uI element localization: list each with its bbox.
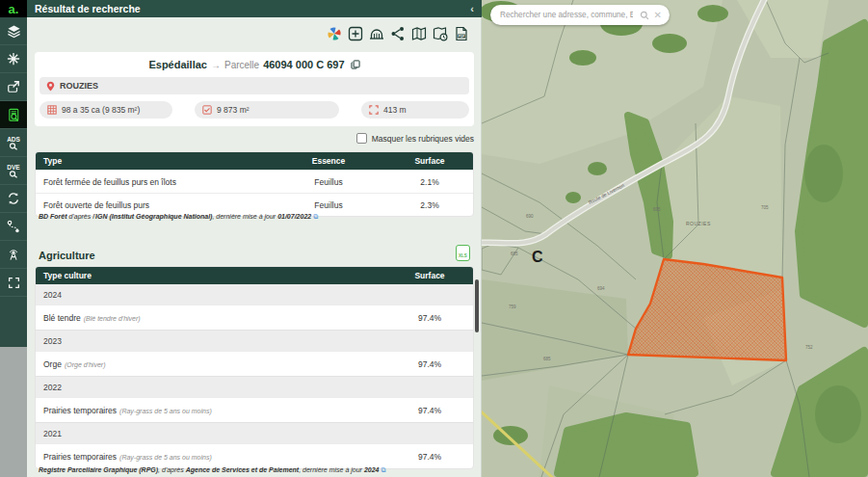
table-row[interactable]: Orge(Orge d'hiver) 97.4% bbox=[36, 351, 473, 376]
source-provider: Agence de Services et de Paiement bbox=[186, 466, 300, 473]
source-name: Registre Parcellaire Graphique (RPG) bbox=[39, 466, 158, 473]
svg-text:752: 752 bbox=[805, 345, 813, 350]
source-tail: , dernière mise à jour bbox=[299, 466, 364, 473]
cell-surface: 97.4% bbox=[386, 359, 473, 369]
table-row[interactable]: Blé tendre(Blé tendre d'hiver) 97.4% bbox=[36, 305, 473, 330]
sync-icon bbox=[7, 192, 20, 205]
locality-bar[interactable]: ROUZIES bbox=[39, 77, 469, 94]
stat-value: 98 a 35 ca (9 835 m²) bbox=[62, 105, 140, 115]
culture-detail: (Blé tendre d'hiver) bbox=[84, 315, 141, 322]
culture-cell: Prairies temporaires(Ray-grass de 5 ans … bbox=[36, 452, 386, 462]
hide-empty-label: Masquer les rubriques vides bbox=[372, 134, 474, 144]
source-date: 01/07/2022 bbox=[277, 213, 311, 220]
year-label: 2024 bbox=[36, 290, 473, 300]
agriculture-table: Type culture Surface 2024 Blé tendre(Blé… bbox=[35, 266, 474, 469]
sidebar-item-export[interactable] bbox=[0, 73, 27, 101]
export-pdf-icon[interactable]: PDF bbox=[454, 26, 469, 41]
map-history-icon[interactable] bbox=[433, 26, 448, 41]
cell-essence: Feuillus bbox=[271, 177, 386, 187]
parcel-search-icon bbox=[7, 108, 21, 122]
search-input[interactable] bbox=[498, 10, 635, 20]
stat-cadastral-area: 98 a 35 ca (9 835 m²) bbox=[39, 101, 172, 119]
share-icon[interactable] bbox=[390, 26, 406, 41]
table-row[interactable]: Prairies temporaires(Ray-grass de 5 ans … bbox=[36, 443, 473, 468]
year-label: 2021 bbox=[36, 429, 473, 438]
external-link-icon[interactable]: ⧉ bbox=[381, 466, 385, 473]
sidebar-item-parcel-search[interactable] bbox=[0, 101, 27, 129]
parcel-label: Parcelle bbox=[224, 60, 259, 70]
forest-source: BD Forêt d'après l'IGN (Institut Géograp… bbox=[39, 213, 318, 221]
hide-empty-checkbox[interactable] bbox=[356, 133, 367, 144]
svg-text:759: 759 bbox=[509, 305, 516, 309]
cell-surface: 97.4% bbox=[386, 313, 473, 323]
search-bar: ✕ bbox=[490, 5, 670, 25]
panel-header: Résultat de recherche ‹ bbox=[27, 0, 482, 17]
copy-icon[interactable] bbox=[351, 60, 360, 69]
app-logo[interactable]: a. bbox=[0, 0, 27, 17]
source-mid: d'après l' bbox=[67, 213, 96, 220]
year-row: 2021 bbox=[36, 422, 473, 443]
fullscreen-icon bbox=[8, 277, 20, 289]
year-row: 2024 bbox=[36, 284, 473, 305]
sidebar-item-layers[interactable] bbox=[0, 17, 27, 45]
cell-surface: 2.3% bbox=[386, 200, 473, 210]
sidebar-item-dve-search[interactable]: DVE bbox=[0, 157, 27, 185]
collapse-panel-icon[interactable]: ‹ bbox=[470, 3, 474, 14]
external-link-icon[interactable]: ⧉ bbox=[313, 213, 318, 220]
commune-name[interactable]: Espédaillac bbox=[148, 59, 207, 70]
header-essence: Essence bbox=[271, 156, 386, 166]
cell-surface: 97.4% bbox=[386, 452, 473, 462]
cell-surface: 2.1% bbox=[386, 177, 473, 187]
breadcrumb-arrow: → bbox=[211, 60, 221, 70]
culture-label: Prairies temporaires bbox=[43, 452, 117, 462]
svg-text:694: 694 bbox=[597, 286, 605, 291]
layers-icon bbox=[7, 24, 21, 39]
source-tail: , dernière mise à jour bbox=[212, 213, 277, 220]
sidebar-item-sync[interactable] bbox=[0, 185, 27, 213]
svg-text:ADS: ADS bbox=[7, 136, 20, 143]
year-row: 2023 bbox=[36, 330, 473, 351]
stat-chips: 98 a 35 ca (9 835 m²) 9 873 m² 413 m bbox=[39, 101, 469, 119]
sidebar-item-ads-search[interactable]: ADS bbox=[0, 129, 27, 157]
parcel-title: Espédaillac → Parcelle 46094 000 C 697 bbox=[39, 59, 469, 70]
map-canvas: C ROUZIES 695 690 685 694 759 705 752 68… bbox=[482, 0, 868, 477]
terrain-arch-icon[interactable] bbox=[369, 26, 384, 41]
svg-text:685: 685 bbox=[543, 357, 551, 361]
locality-name: ROUZIES bbox=[60, 81, 98, 91]
sidebar-bottom-spacer bbox=[0, 347, 27, 477]
sidebar-item-route[interactable] bbox=[0, 213, 27, 241]
zoom-extent-icon[interactable] bbox=[348, 26, 363, 41]
cell-type: Forêt fermée de feuillus purs en îlots bbox=[36, 177, 271, 187]
panel-scrollbar[interactable] bbox=[475, 279, 479, 332]
parcel-id: 46094 000 C 697 bbox=[263, 59, 344, 70]
stat-value: 9 873 m² bbox=[217, 105, 250, 115]
location-pin-icon bbox=[46, 81, 55, 92]
table-row[interactable]: Prairies temporaires(Ray-grass de 5 ans … bbox=[36, 397, 473, 422]
result-panel: PDF Espédaillac → Parcelle 46094 000 C 6… bbox=[27, 17, 482, 477]
forest-table-header: Type Essence Surface bbox=[36, 152, 473, 170]
clear-search-icon[interactable]: ✕ bbox=[654, 11, 662, 20]
svg-text:695: 695 bbox=[653, 207, 661, 212]
year-label: 2023 bbox=[36, 336, 473, 346]
xls-export-button[interactable]: XLS bbox=[456, 245, 470, 261]
search-icon[interactable] bbox=[640, 11, 649, 20]
header-surface: Surface bbox=[386, 156, 473, 166]
dve-search-icon: DVE bbox=[5, 163, 22, 178]
sidebar-item-fullscreen[interactable] bbox=[0, 269, 27, 297]
sidebar-item-antenna[interactable] bbox=[0, 241, 27, 269]
culture-label: Blé tendre bbox=[43, 313, 81, 323]
map-icon[interactable] bbox=[411, 26, 427, 41]
apps-pinwheel-icon[interactable] bbox=[327, 26, 342, 41]
export-icon bbox=[7, 80, 20, 93]
cell-surface: 97.4% bbox=[386, 406, 473, 415]
table-row[interactable]: Forêt fermée de feuillus purs en îlots F… bbox=[36, 170, 473, 193]
hide-empty-option: Masquer les rubriques vides bbox=[35, 133, 474, 144]
cell-essence: Feuillus bbox=[271, 200, 386, 210]
panel-toolbar: PDF bbox=[327, 26, 469, 41]
parcel-summary-card: Espédaillac → Parcelle 46094 000 C 697 R… bbox=[35, 52, 474, 126]
snowflake-icon bbox=[7, 52, 20, 66]
map-view[interactable]: C ROUZIES 695 690 685 694 759 705 752 68… bbox=[482, 0, 868, 477]
header-type: Type bbox=[36, 156, 271, 166]
sidebar-item-snowflake[interactable] bbox=[0, 45, 27, 73]
measured-area-icon bbox=[202, 105, 212, 115]
